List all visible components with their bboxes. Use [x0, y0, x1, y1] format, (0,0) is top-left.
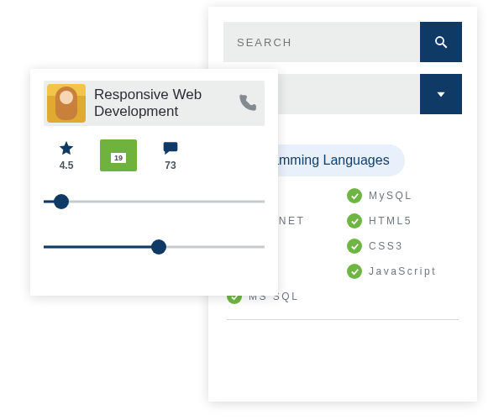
- svg-line-1: [443, 44, 447, 48]
- phone-icon[interactable]: [236, 92, 258, 114]
- search-icon: [433, 34, 449, 50]
- list-item: CSS3: [347, 239, 459, 254]
- profile-card: Responsive Web Development 4.5 19: [30, 69, 278, 296]
- profile-header: Responsive Web Development: [44, 81, 265, 126]
- svg-text:19: 19: [114, 154, 123, 162]
- search-button[interactable]: [420, 22, 462, 62]
- comments-stat[interactable]: 73: [150, 139, 192, 171]
- calendar-icon: 19: [108, 145, 129, 165]
- check-icon: [347, 239, 362, 254]
- list-item: JavaScript: [347, 264, 459, 279]
- check-icon: [347, 264, 362, 279]
- svg-point-0: [436, 37, 444, 45]
- stats-row: 4.5 19 73: [44, 139, 265, 171]
- slider-fill: [44, 246, 159, 249]
- check-icon: [347, 188, 362, 203]
- language-label: JavaScript: [369, 265, 437, 277]
- divider: [227, 319, 459, 320]
- slider-thumb[interactable]: [54, 194, 69, 209]
- rating-value: 4.5: [60, 160, 74, 171]
- chat-icon: [162, 139, 179, 156]
- profile-title: Responsive Web Development: [94, 87, 228, 119]
- slider-thumb[interactable]: [151, 239, 166, 255]
- comments-value: 73: [165, 160, 176, 171]
- list-item: HTML5: [347, 213, 459, 228]
- avatar: [47, 84, 86, 123]
- slider-2[interactable]: [44, 237, 265, 257]
- rating-stat[interactable]: 4.5: [45, 139, 87, 171]
- language-label: MySQL: [369, 190, 413, 202]
- chevron-down-icon: [435, 88, 447, 100]
- slider-1[interactable]: [44, 192, 265, 212]
- language-label: HTML5: [369, 215, 412, 227]
- language-label: CSS3: [369, 240, 403, 252]
- slider-track: [44, 201, 265, 203]
- list-item: MySQL: [347, 188, 459, 203]
- star-icon: [58, 139, 75, 156]
- calendar-stat[interactable]: 19: [97, 139, 139, 171]
- svg-rect-3: [111, 149, 126, 153]
- check-icon: [347, 213, 362, 228]
- search-row: [223, 22, 462, 62]
- search-input[interactable]: [223, 22, 420, 62]
- calendar-highlight: 19: [100, 139, 137, 171]
- state-dropdown-button[interactable]: [420, 74, 462, 114]
